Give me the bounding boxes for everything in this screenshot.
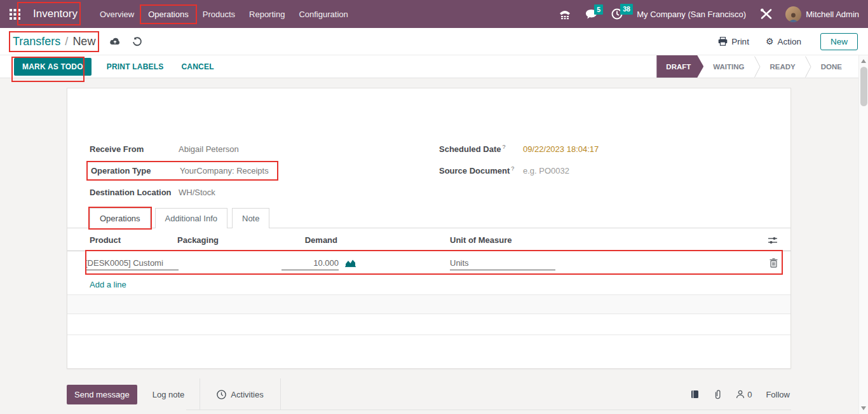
product-cell-input[interactable]: [DESK0005] Customi	[85, 255, 179, 270]
delete-row-button[interactable]	[752, 258, 778, 268]
breadcrumb-separator: /	[65, 35, 68, 48]
print-labels-button[interactable]: PRINT LABELS	[107, 58, 164, 76]
list-header-row: Product Packaging Demand Unit of Measure	[67, 230, 790, 251]
schedule-activity-button[interactable]: Activities	[200, 378, 280, 410]
gear-icon: ⚙	[766, 36, 774, 46]
navbar-systray: 5 38 My Company (San Francisco)	[545, 6, 868, 22]
menu-configuration[interactable]: Configuration	[292, 6, 355, 23]
menu-products[interactable]: Products	[196, 6, 242, 23]
form-statusbar: MARK AS TODO PRINT LABELS CANCEL DRAFT W…	[0, 55, 868, 78]
source-document-input[interactable]: e.g. PO0032	[523, 166, 569, 176]
action-menu-button[interactable]: ⚙ Action	[766, 36, 801, 46]
chatter-toolbar: 0 Follow	[691, 389, 791, 399]
activity-clock-icon	[217, 390, 226, 399]
stage-pipeline: DRAFT WAITING READY DONE	[656, 55, 851, 78]
activities-button[interactable]: 38	[611, 8, 623, 20]
undo-icon	[132, 37, 142, 46]
tools-icon	[760, 8, 773, 20]
optional-columns-button[interactable]	[752, 236, 778, 245]
company-switcher[interactable]: My Company (San Francisco)	[637, 10, 746, 19]
tab-operations[interactable]: Operations	[90, 208, 151, 228]
print-label: Print	[731, 37, 749, 46]
control-panel-actions: Print ⚙ Action New	[718, 33, 858, 50]
breadcrumb: Transfers / New	[13, 35, 95, 48]
table-row-product-line[interactable]: [DESK0005] Customi 10.000 Units	[67, 251, 790, 274]
main-menu: Overview Operations Products Reporting C…	[93, 0, 355, 28]
send-message-button[interactable]: Send message	[67, 385, 137, 404]
odoo-inventory-window: Inventory Overview Operations Products R…	[0, 0, 868, 414]
vertical-scrollbar[interactable]	[858, 55, 868, 414]
column-header-demand[interactable]: Demand	[283, 235, 337, 245]
follower-person-icon	[736, 390, 745, 399]
help-icon: ?	[503, 144, 506, 150]
receive-from-input[interactable]: Abigail Peterson	[179, 144, 239, 154]
add-a-line-row: Add a line	[67, 274, 790, 289]
phone-icon	[559, 8, 571, 20]
scroll-down-arrow-icon[interactable]	[861, 406, 866, 410]
user-menu[interactable]: Mitchell Admin	[785, 6, 859, 22]
forecast-chart-icon	[345, 258, 356, 267]
print-menu-button[interactable]: Print	[718, 37, 749, 46]
developer-tools-button[interactable]	[760, 8, 773, 20]
column-header-product[interactable]: Product	[90, 235, 177, 245]
app-name-inventory[interactable]: Inventory	[27, 4, 84, 24]
person-photo-icon	[787, 13, 799, 22]
cancel-button[interactable]: CANCEL	[181, 58, 214, 76]
trash-icon	[770, 258, 778, 268]
new-record-button[interactable]: New	[820, 33, 858, 50]
empty-row	[67, 314, 790, 335]
stage-ready[interactable]: READY	[761, 55, 805, 78]
field-operation-type: Operation Type YourCompany: Receipts	[90, 160, 363, 181]
help-icon: ?	[511, 165, 514, 172]
form-fields-left: Receive From Abigail Peterson Operation …	[90, 138, 363, 203]
mark-as-todo-button[interactable]: MARK AS TODO	[14, 58, 92, 76]
scrollbar-thumb[interactable]	[860, 67, 867, 106]
uom-cell-input[interactable]: Units	[450, 255, 555, 270]
column-header-uom[interactable]: Unit of Measure	[363, 235, 752, 245]
empty-row-stripe	[67, 294, 790, 314]
destination-location-label: Destination Location	[90, 188, 179, 197]
apps-menu-icon[interactable]	[6, 5, 24, 23]
stage-draft[interactable]: DRAFT	[656, 55, 703, 78]
message-counter-button[interactable]	[691, 390, 700, 399]
operation-type-label: Operation Type	[91, 166, 180, 176]
paperclip-icon	[714, 389, 722, 399]
stage-chevron-icon	[805, 55, 811, 78]
user-name: Mitchell Admin	[806, 10, 859, 19]
discard-changes-button[interactable]	[132, 37, 142, 46]
chatter-divider	[280, 378, 281, 410]
follow-button[interactable]: Follow	[766, 390, 790, 399]
stage-done[interactable]: DONE	[811, 55, 851, 78]
menu-operations[interactable]: Operations	[141, 6, 196, 23]
form-view-content: Receive From Abigail Peterson Operation …	[0, 78, 868, 414]
activities-label: Activities	[231, 390, 263, 399]
followers-button[interactable]: 0	[736, 390, 752, 399]
stage-waiting[interactable]: WAITING	[703, 55, 754, 78]
breadcrumb-transfers-link[interactable]: Transfers	[13, 35, 60, 48]
messages-button[interactable]: 5	[585, 9, 597, 20]
scroll-up-arrow-icon[interactable]	[861, 59, 866, 63]
menu-overview[interactable]: Overview	[93, 6, 141, 23]
log-note-button[interactable]: Log note	[153, 390, 185, 399]
messages-count-badge: 5	[594, 4, 603, 15]
activities-count-badge: 38	[620, 4, 633, 15]
destination-location-input[interactable]: WH/Stock	[179, 188, 215, 197]
annotation-box-operation-type: Operation Type YourCompany: Receipts	[86, 161, 278, 181]
tab-additional-info[interactable]: Additional Info	[155, 208, 227, 228]
forecast-widget-button[interactable]	[337, 258, 363, 267]
field-scheduled-date: Scheduled Date? 09/22/2023 18:04:17	[439, 138, 725, 160]
save-record-button[interactable]	[109, 37, 121, 46]
menu-reporting[interactable]: Reporting	[242, 6, 292, 23]
operation-type-input[interactable]: YourCompany: Receipts	[180, 166, 269, 176]
book-icon	[691, 390, 700, 399]
voip-phone-button[interactable]	[559, 8, 571, 20]
attachments-button[interactable]	[714, 389, 722, 399]
receive-from-label: Receive From	[90, 144, 179, 154]
scheduled-date-input[interactable]: 09/22/2023 18:04:17	[523, 144, 599, 154]
field-source-document: Source Document? e.g. PO0032	[439, 160, 725, 181]
chatter: Send message Log note Activities	[67, 378, 791, 410]
tab-note[interactable]: Note	[232, 208, 269, 228]
demand-cell-input[interactable]: 10.000	[281, 255, 339, 270]
add-a-line-link[interactable]: Add a line	[90, 280, 126, 289]
column-header-packaging[interactable]: Packaging	[177, 235, 283, 245]
